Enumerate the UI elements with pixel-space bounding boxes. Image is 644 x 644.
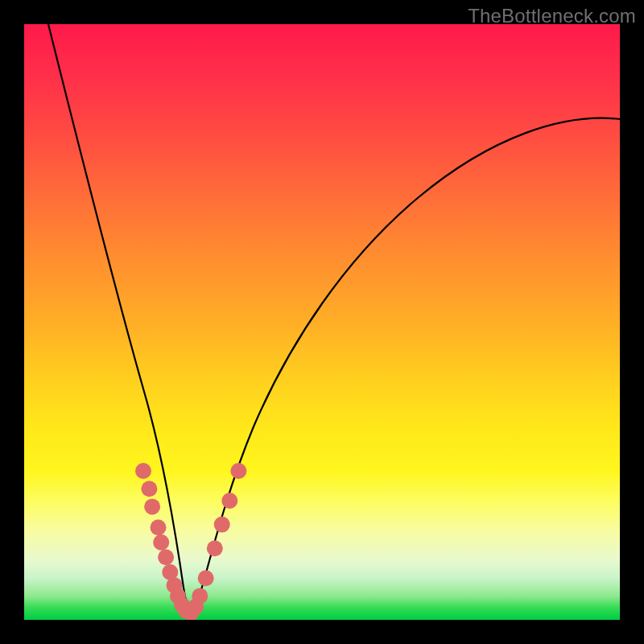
marker-dot [230,463,246,479]
watermark-text: TheBottleneck.com [468,5,636,27]
marker-dot [192,588,208,604]
chart-svg [24,24,620,620]
marker-dot [221,493,237,509]
marker-dot [207,540,223,556]
marker-dot [135,463,151,479]
marker-group [135,463,246,620]
chart-frame: TheBottleneck.com [0,0,644,644]
marker-dot [151,519,167,535]
chart-plot-area [24,24,620,620]
marker-dot [158,549,174,565]
curve-left-branch [48,24,191,616]
marker-dot [198,570,214,586]
marker-dot [214,517,230,533]
curve-right-branch [191,118,620,616]
curve-group [48,24,620,616]
marker-dot [153,535,169,551]
marker-dot [144,498,160,514]
marker-dot [141,481,157,497]
